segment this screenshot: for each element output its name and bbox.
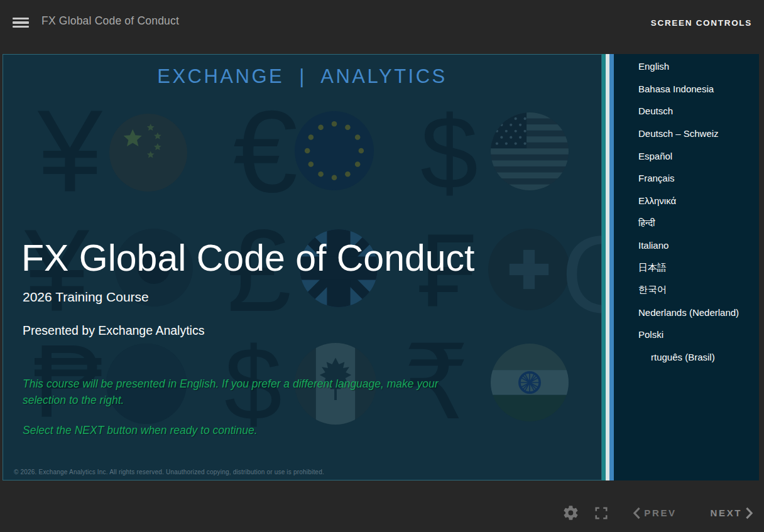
slide-subtitle: 2026 Training Course: [23, 290, 149, 305]
next-instruction-text: Select the NEXT button when ready to con…: [23, 424, 478, 437]
language-option[interactable]: Nederlands (Nederland): [602, 301, 759, 324]
euro-symbol: €: [233, 94, 298, 210]
language-option[interactable]: Deutsch: [602, 100, 759, 122]
course-player: FX Global Code of Conduct SCREEN CONTROL…: [0, 0, 764, 532]
slide-canvas: ¥ € $: [3, 54, 602, 480]
top-bar: FX Global Code of Conduct SCREEN CONTROL…: [0, 0, 764, 54]
course-title: FX Global Code of Conduct: [41, 14, 179, 28]
yen-symbol: ¥: [38, 94, 102, 210]
language-option[interactable]: Ελληνικά: [602, 190, 759, 212]
language-option[interactable]: English: [602, 55, 759, 78]
language-instruction-text: This course will be presented in English…: [23, 376, 478, 408]
accent-stripe-blue: [609, 54, 614, 480]
language-option[interactable]: हिन्दी: [602, 212, 759, 234]
language-option[interactable]: Bahasa Indonesia: [602, 78, 759, 100]
prev-button[interactable]: PREV: [632, 507, 679, 519]
language-option[interactable]: Italiano: [602, 234, 759, 257]
player-controls: PREV NEXT: [562, 504, 754, 521]
gear-icon: [562, 504, 579, 521]
prev-label: PREV: [644, 508, 676, 518]
menu-bar: [13, 21, 29, 23]
india-flag-icon: [491, 344, 569, 421]
dollar-symbol: $: [420, 101, 478, 205]
presented-by-text: Presented by Exchange Analytics: [23, 323, 204, 338]
china-flag-icon: [109, 114, 187, 192]
language-list: EnglishBahasa IndonesiaDeutschDeutsch – …: [602, 54, 759, 368]
bottom-bar: PREV NEXT: [0, 480, 764, 532]
settings-button[interactable]: [562, 504, 579, 521]
next-button[interactable]: NEXT: [708, 507, 754, 519]
language-option[interactable]: 日本語: [602, 256, 759, 279]
copyright-text: © 2026. Exchange Analytics Inc. All righ…: [14, 469, 324, 475]
fullscreen-icon: [594, 506, 608, 520]
chevron-right-icon: [745, 507, 754, 519]
next-label: NEXT: [711, 508, 742, 518]
language-option[interactable]: Deutsch – Schweiz: [602, 122, 759, 145]
language-option[interactable]: 한국어: [602, 279, 759, 301]
language-option[interactable]: Français: [602, 167, 759, 190]
language-option[interactable]: rtuguês (Brasil): [602, 346, 759, 369]
chevron-left-icon: [632, 507, 641, 519]
language-option[interactable]: Polski: [602, 323, 759, 346]
guarani-symbol: G: [561, 219, 602, 329]
brand-logo: EXCHANGE | ANALYTICS: [3, 65, 601, 88]
screen-controls-button[interactable]: SCREEN CONTROLS: [651, 18, 752, 28]
slide-title: FX Global Code of Conduct: [21, 237, 475, 280]
usa-flag-icon: [491, 112, 569, 190]
fullscreen-button[interactable]: [594, 506, 608, 520]
menu-bar: [13, 18, 29, 19]
language-panel: EnglishBahasa IndonesiaDeutschDeutsch – …: [602, 54, 759, 480]
eu-flag-icon: [295, 111, 374, 190]
switzerland-flag-icon: [488, 229, 570, 310]
menu-icon[interactable]: [13, 15, 29, 28]
language-option[interactable]: Español: [602, 144, 759, 167]
menu-bar: [13, 26, 29, 28]
